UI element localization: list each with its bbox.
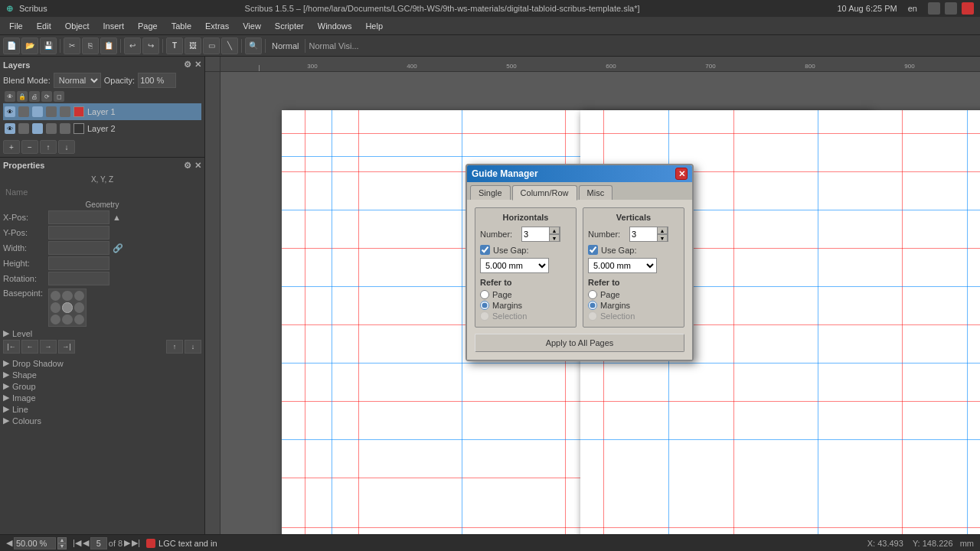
menu-view[interactable]: View [237, 20, 267, 32]
zoom-decrease-btn[interactable]: ◀ [6, 538, 12, 548]
h-use-gap-checkbox[interactable] [480, 245, 490, 255]
h-gap-select[interactable]: 5.000 mm [480, 258, 549, 273]
h-selection-radio[interactable] [480, 311, 489, 321]
paste-btn[interactable]: 📋 [100, 37, 117, 54]
move-layer-up-btn[interactable]: ↑ [40, 140, 57, 154]
level-down-btn[interactable]: ↓ [185, 340, 201, 354]
width-input[interactable]: 0.353 mm [48, 241, 109, 255]
bp-tc[interactable] [62, 291, 72, 301]
layer2-visible[interactable]: 👁 [5, 123, 15, 134]
save-btn[interactable]: 💾 [40, 37, 57, 54]
bp-ml[interactable] [51, 302, 60, 312]
v-number-down[interactable]: ▼ [657, 234, 668, 242]
minimize-button[interactable] [928, 2, 940, 15]
props-close-icon[interactable]: ✕ [194, 161, 201, 171]
lock-aspect-icon[interactable]: 🔗 [113, 243, 123, 253]
h-margins-radio[interactable] [480, 301, 489, 310]
h-number-input[interactable] [522, 227, 549, 241]
rotation-input[interactable]: 0.0° [48, 272, 109, 285]
move-layer-down-btn[interactable]: ↓ [58, 140, 75, 154]
v-selection-radio[interactable] [588, 311, 597, 321]
layers-settings-icon[interactable]: ⚙ [184, 60, 191, 70]
layer2-lock[interactable] [18, 123, 29, 134]
line-toggle[interactable]: ▶ Line [3, 404, 201, 414]
v-number-spinbox[interactable]: ▲ ▼ [629, 227, 668, 242]
colours-toggle[interactable]: ▶ Colours [3, 416, 201, 425]
menu-scripter[interactable]: Scripter [269, 20, 310, 32]
current-page-input[interactable] [90, 537, 107, 549]
level-btn-2[interactable]: ← [21, 340, 38, 354]
bp-br[interactable] [74, 315, 84, 324]
zoom-down-btn[interactable]: ▼ [57, 543, 67, 549]
new-btn[interactable]: 📄 [3, 37, 20, 54]
zoom-input[interactable]: 50.00 % [14, 537, 56, 549]
layer1-visible[interactable]: 👁 [5, 106, 15, 117]
apply-all-pages-button[interactable]: Apply to All Pages [475, 334, 684, 352]
level-btn-4[interactable]: →| [58, 340, 75, 354]
layer-row-2[interactable]: 👁 Layer 2 [3, 120, 201, 137]
h-page-radio[interactable] [480, 290, 489, 299]
layer1-flow[interactable] [46, 106, 57, 117]
h-number-spinbox[interactable]: ▲ ▼ [521, 227, 560, 242]
bp-tr[interactable] [74, 291, 84, 301]
h-number-down[interactable]: ▼ [549, 234, 560, 242]
tab-single[interactable]: Single [470, 185, 511, 200]
zoom-up-btn[interactable]: ▲ [57, 537, 67, 543]
layer1-lock[interactable] [18, 106, 29, 117]
y-input[interactable]: 0.000 mm [48, 226, 109, 240]
v-page-radio[interactable] [588, 290, 597, 299]
h-number-up[interactable]: ▲ [549, 227, 560, 234]
delete-layer-btn[interactable]: − [21, 140, 38, 154]
canvas-area[interactable]: 300 400 500 600 700 800 900 [205, 57, 980, 534]
shape-btn[interactable]: ▭ [203, 37, 220, 54]
menu-edit[interactable]: Edit [31, 20, 57, 32]
opacity-input[interactable] [138, 73, 176, 88]
layer-row-1[interactable]: 👁 Layer 1 [3, 103, 201, 120]
layer2-flow[interactable] [46, 123, 57, 134]
layers-close-icon[interactable]: ✕ [194, 60, 201, 70]
cut-btn[interactable]: ✂ [64, 37, 80, 54]
dialog-titlebar[interactable]: Guide Manager ✕ [467, 165, 692, 182]
layer2-outline[interactable] [60, 123, 70, 134]
blend-mode-select[interactable]: Normal [54, 73, 101, 88]
open-btn[interactable]: 📂 [21, 37, 38, 54]
undo-btn[interactable]: ↩ [124, 37, 141, 54]
bp-bc[interactable] [62, 315, 72, 324]
x-input[interactable]: 0.000 mm [48, 210, 109, 224]
shape-toggle[interactable]: ▶ Shape [3, 370, 201, 380]
bp-bl[interactable] [51, 315, 60, 324]
image-btn[interactable]: 🖼 [185, 37, 201, 54]
v-number-input[interactable] [630, 227, 657, 241]
copy-btn[interactable]: ⎘ [82, 37, 99, 54]
v-number-up[interactable]: ▲ [657, 227, 668, 234]
layer2-print[interactable] [32, 123, 43, 134]
layer1-print[interactable] [32, 106, 43, 117]
last-page-btn[interactable]: ▶| [132, 538, 140, 548]
x-spin-up[interactable]: ▲ [113, 213, 121, 222]
level-section-toggle[interactable]: ▶ Level [3, 328, 201, 338]
prev-page-btn[interactable]: ◀ [83, 538, 89, 548]
line-btn[interactable]: ╲ [221, 37, 238, 54]
group-toggle[interactable]: ▶ Group [3, 381, 201, 391]
tab-misc[interactable]: Misc [579, 185, 613, 200]
maximize-button[interactable] [945, 2, 957, 15]
layer1-outline[interactable] [60, 106, 70, 117]
bp-tl[interactable] [51, 291, 60, 301]
menu-help[interactable]: Help [359, 20, 389, 32]
zoom-in-btn[interactable]: 🔍 [245, 37, 262, 54]
props-settings-icon[interactable]: ⚙ [184, 161, 191, 171]
image-toggle[interactable]: ▶ Image [3, 393, 201, 403]
drop-shadow-toggle[interactable]: ▶ Drop Shadow [3, 358, 201, 368]
next-page-btn[interactable]: ▶ [124, 538, 130, 548]
menu-page[interactable]: Page [132, 20, 164, 32]
level-up-btn[interactable]: ↑ [166, 340, 183, 354]
close-button[interactable] [962, 2, 974, 15]
add-layer-btn[interactable]: + [3, 140, 20, 154]
bp-mr[interactable] [74, 302, 84, 312]
v-use-gap-checkbox[interactable] [588, 245, 598, 255]
height-input[interactable]: 0.353 mm [48, 256, 109, 270]
dialog-close-button[interactable]: ✕ [675, 168, 688, 180]
v-gap-select[interactable]: 5.000 mm [588, 258, 657, 273]
level-btn-1[interactable]: |← [3, 340, 20, 354]
menu-extras[interactable]: Extras [199, 20, 235, 32]
